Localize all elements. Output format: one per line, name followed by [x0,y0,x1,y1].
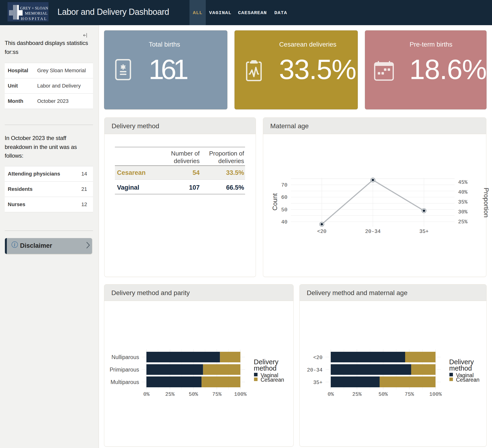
svg-text:Multiparous: Multiparous [111,379,139,385]
svg-text:20-34: 20-34 [365,229,381,235]
svg-text:45%: 45% [458,179,468,185]
svg-text:Nulliparous: Nulliparous [111,354,139,360]
svg-text:GREY + SLOAN: GREY + SLOAN [20,6,48,10]
svg-text:25%: 25% [458,219,468,225]
svg-text:0%: 0% [328,391,334,398]
svg-text:HOSPITAL: HOSPITAL [21,17,48,21]
svg-text:0%: 0% [143,391,150,398]
svg-text:35+: 35+ [313,380,322,386]
svg-text:100%: 100% [429,391,442,398]
svg-text:25%: 25% [352,391,362,398]
svg-text:40%: 40% [458,189,468,195]
svg-text:25%: 25% [165,391,175,398]
svg-text:50%: 50% [379,391,388,398]
svg-text:35%: 35% [458,199,468,205]
svg-text:70: 70 [281,182,287,188]
svg-text:75%: 75% [212,391,222,398]
svg-text:50: 50 [281,207,287,213]
svg-text:<20: <20 [313,355,322,361]
svg-text:Cesarean: Cesarean [261,377,284,383]
svg-text:20-34: 20-34 [307,367,322,373]
svg-text:30%: 30% [458,209,468,215]
svg-text:75%: 75% [405,391,414,398]
svg-text:Cesarean: Cesarean [456,377,480,383]
svg-text:Count: Count [271,193,278,211]
svg-text:35+: 35+ [419,229,429,235]
svg-text:MEMORIAL: MEMORIAL [25,11,48,16]
svg-text:method: method [254,364,277,372]
svg-text:100%: 100% [234,391,247,398]
svg-text:50%: 50% [189,391,198,398]
svg-text:Primiparous: Primiparous [110,367,139,373]
svg-text:<20: <20 [317,229,327,235]
svg-text:Proportion: Proportion [482,188,490,218]
svg-text:40: 40 [281,219,287,225]
svg-text:60: 60 [281,195,287,200]
svg-text:method: method [449,364,472,372]
